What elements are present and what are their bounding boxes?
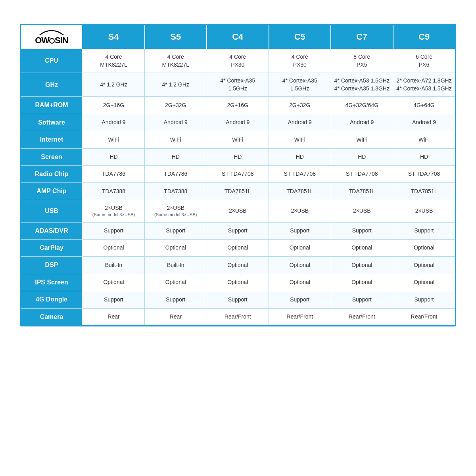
cell-screen-c4: HD (207, 148, 269, 165)
cell-screen-c9: HD (393, 148, 455, 165)
cell-software-c7: Android 9 (331, 114, 393, 131)
header-c4: C4 (207, 25, 269, 49)
cell-ghz-c5: 4* Cortex-A351.5GHz (269, 73, 331, 97)
table-row: SoftwareAndroid 9Android 9Android 9Andro… (21, 114, 455, 131)
logo-sin: SIN (55, 35, 68, 45)
cell-cpu-c7: 8 CorePX5 (331, 49, 393, 73)
logo-cell: OWSIN (21, 25, 83, 49)
cell-amp-chip-s5: TDA7388 (145, 183, 207, 200)
row-label-dsp: DSP (21, 257, 83, 274)
cell-ram-rom-c4: 2G+16G (207, 97, 269, 114)
cell-adas-dvr-c4: Support (207, 222, 269, 239)
cell-ips-screen-c7: Optional (331, 274, 393, 291)
cell-4g-dongle-c9: Support (393, 291, 455, 308)
cell-adas-dvr-s4: Support (83, 222, 145, 239)
cell-adas-dvr-c7: Support (331, 222, 393, 239)
header-s5: S5 (145, 25, 207, 49)
cell-internet-c7: WiFi (331, 131, 393, 148)
table-row: DSPBuilt-InBuilt-InOptionalOptionalOptio… (21, 257, 455, 274)
cell-dsp-c7: Optional (331, 257, 393, 274)
cell-carplay-s5: Optional (145, 240, 207, 257)
cell-ram-rom-c7: 4G+32G/64G (331, 97, 393, 114)
logo-wrapper: OWSIN (24, 28, 79, 46)
row-label-4g-dongle: 4G Dongle (21, 291, 83, 308)
table-row: CarPlayOptionalOptionalOptionalOptionalO… (21, 240, 455, 257)
cell-camera-c5: Rear/Front (269, 308, 331, 325)
cell-software-c5: Android 9 (269, 114, 331, 131)
cell-camera-s4: Rear (83, 308, 145, 325)
logo-circle-t (49, 38, 55, 44)
row-label-internet: Internet (21, 131, 83, 148)
cell-amp-chip-c4: TDA7851L (207, 183, 269, 200)
cell-carplay-s4: Optional (83, 240, 145, 257)
row-label-ghz: GHz (21, 73, 83, 97)
cell-internet-c5: WiFi (269, 131, 331, 148)
cell-ram-rom-s4: 2G+16G (83, 97, 145, 114)
cell-carplay-c9: Optional (393, 240, 455, 257)
cell-usb-c7: 2×USB (331, 200, 393, 222)
table-row: InternetWiFiWiFiWiFiWiFiWiFiWiFi (21, 131, 455, 148)
cell-dsp-s4: Built-In (83, 257, 145, 274)
cell-ips-screen-c5: Optional (269, 274, 331, 291)
row-label-cpu: CPU (21, 49, 83, 73)
cell-carplay-c5: Optional (269, 240, 331, 257)
cell-amp-chip-c7: TDA7851L (331, 183, 393, 200)
cell-cpu-s4: 4 CoreMTK8227L (83, 49, 145, 73)
cell-radio-chip-c9: ST TDA7708 (393, 165, 455, 182)
header-c5: C5 (269, 25, 331, 49)
row-label-amp-chip: AMP Chip (21, 183, 83, 200)
cell-radio-chip-s4: TDA7786 (83, 165, 145, 182)
row-label-ram-rom: RAM+ROM (21, 97, 83, 114)
cell-software-c4: Android 9 (207, 114, 269, 131)
header-c9: C9 (393, 25, 455, 49)
cell-usb-c9: 2×USB (393, 200, 455, 222)
cell-cpu-c4: 4 CorePX30 (207, 49, 269, 73)
cell-usb-s5: 2×USB(Some model 3×USB) (145, 200, 207, 222)
cell-dsp-c4: Optional (207, 257, 269, 274)
row-label-usb: USB (21, 200, 83, 222)
row-label-radio-chip: Radio Chip (21, 165, 83, 182)
cell-adas-dvr-c5: Support (269, 222, 331, 239)
table-row: RAM+ROM2G+16G2G+32G2G+16G2G+32G4G+32G/64… (21, 97, 455, 114)
row-label-screen: Screen (21, 148, 83, 165)
table-row: GHz4* 1.2 GHz4* 1.2 GHz4* Cortex-A351.5G… (21, 73, 455, 97)
comparison-table-container: OWSIN S4 S5 C4 C5 C7 C9 CPU4 CoreMTK8227… (20, 24, 456, 326)
cell-amp-chip-c9: TDA7851L (393, 183, 455, 200)
cell-4g-dongle-c4: Support (207, 291, 269, 308)
table-body: CPU4 CoreMTK8227L4 CoreMTK8227L4 CorePX3… (21, 49, 455, 326)
cell-internet-s4: WiFi (83, 131, 145, 148)
cell-camera-c4: Rear/Front (207, 308, 269, 325)
cell-cpu-c5: 4 CorePX30 (269, 49, 331, 73)
cell-ghz-c4: 4* Cortex-A351.5GHz (207, 73, 269, 97)
cell-amp-chip-c5: TDA7851L (269, 183, 331, 200)
cell-ghz-s4: 4* 1.2 GHz (83, 73, 145, 97)
cell-adas-dvr-s5: Support (145, 222, 207, 239)
logo-ow: OW (35, 35, 49, 45)
cell-ram-rom-c9: 4G+64G (393, 97, 455, 114)
cell-4g-dongle-c7: Support (331, 291, 393, 308)
table-row: AMP ChipTDA7388TDA7388TDA7851LTDA7851LTD… (21, 183, 455, 200)
cell-carplay-c7: Optional (331, 240, 393, 257)
cell-ram-rom-s5: 2G+32G (145, 97, 207, 114)
cell-usb-c5: 2×USB (269, 200, 331, 222)
row-label-ips-screen: IPS Screen (21, 274, 83, 291)
cell-4g-dongle-s5: Support (145, 291, 207, 308)
table-row: Radio ChipTDA7786TDA7786ST TDA7708ST TDA… (21, 165, 455, 182)
cell-screen-c7: HD (331, 148, 393, 165)
row-label-software: Software (21, 114, 83, 131)
cell-internet-c9: WiFi (393, 131, 455, 148)
cell-ram-rom-c5: 2G+32G (269, 97, 331, 114)
cell-ghz-c7: 4* Cortex-A53 1.5GHz4* Cortex-A35 1.3GHz (331, 73, 393, 97)
row-label-camera: Camera (21, 308, 83, 325)
table-row: ScreenHDHDHDHDHDHD (21, 148, 455, 165)
cell-camera-s5: Rear (145, 308, 207, 325)
header-c7: C7 (331, 25, 393, 49)
cell-camera-c9: Rear/Front (393, 308, 455, 325)
table-row: 4G DongleSupportSupportSupportSupportSup… (21, 291, 455, 308)
logo-arch-icon (38, 28, 65, 35)
table-row: ADAS/DVRSupportSupportSupportSupportSupp… (21, 222, 455, 239)
cell-cpu-s5: 4 CoreMTK8227L (145, 49, 207, 73)
cell-screen-c5: HD (269, 148, 331, 165)
cell-ghz-c9: 2* Cortex-A72 1.8GHz4* Cortex-A53 1.5GHz (393, 73, 455, 97)
header-s4: S4 (83, 25, 145, 49)
